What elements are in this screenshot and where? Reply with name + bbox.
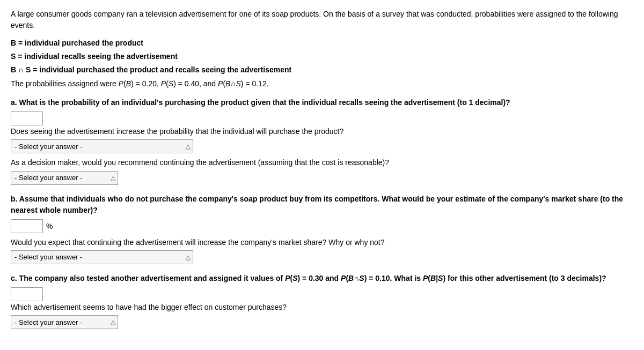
prob-line: The probabilities assigned were P(B) = 0… bbox=[11, 77, 633, 91]
select-part-c[interactable]: - Select your answer - First advertiseme… bbox=[11, 316, 118, 329]
part-a-question: What is the probability of an individual… bbox=[19, 98, 510, 107]
select-followup1-wrapper: - Select your answer - Yes No △ bbox=[11, 139, 193, 153]
select-part-c-wrapper: - Select your answer - First advertiseme… bbox=[11, 315, 118, 329]
followup2-text: As a decision maker, would you recommend… bbox=[11, 157, 633, 168]
select-followup2[interactable]: - Select your answer - Yes No bbox=[11, 172, 118, 184]
intro-paragraph: A large consumer goods company ran a tel… bbox=[11, 9, 633, 31]
select-followup2-wrapper: - Select your answer - Yes No △ bbox=[11, 171, 118, 185]
part-b-answer-input[interactable] bbox=[11, 219, 43, 233]
part-c-label: c. The company also tested another adver… bbox=[11, 273, 633, 284]
followup1-text: Does seeing the advertisement increase t… bbox=[11, 125, 633, 137]
part-c-answer-input[interactable] bbox=[11, 287, 43, 301]
s-definition: S = individual recalls seeing the advert… bbox=[11, 50, 633, 63]
part-b-followup-text: Would you expect that continuing the adv… bbox=[11, 236, 633, 248]
part-a-answer-input[interactable] bbox=[11, 111, 43, 125]
select-part-b-wrapper: - Select your answer - Yes No △ bbox=[11, 250, 193, 264]
part-a-label: a. What is the probability of an individ… bbox=[11, 97, 633, 108]
part-b-question: Assume that individuals who do not purch… bbox=[11, 195, 623, 214]
select-followup1[interactable]: - Select your answer - Yes No bbox=[11, 140, 193, 153]
part-b-label: b. Assume that individuals who do not pu… bbox=[11, 193, 633, 216]
select-part-b[interactable]: - Select your answer - Yes No bbox=[11, 251, 193, 264]
percent-symbol: % bbox=[46, 222, 53, 230]
b-definition: B = individual purchased the product bbox=[11, 36, 633, 50]
part-c-followup-text: Which advertisement seems to have had th… bbox=[11, 301, 633, 313]
bns-definition: B ∩ S = individual purchased the product… bbox=[11, 63, 633, 77]
